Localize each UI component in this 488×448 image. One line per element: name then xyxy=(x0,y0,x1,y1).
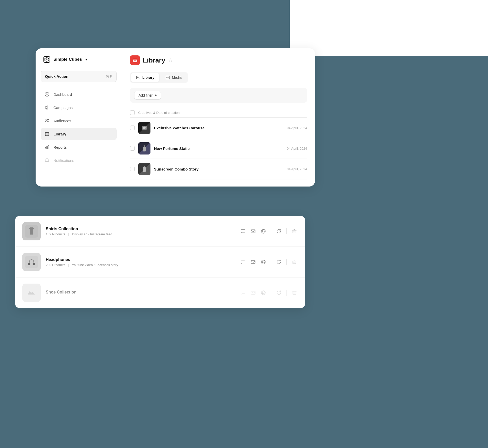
bell-icon xyxy=(44,158,50,163)
delete-icon-2[interactable] xyxy=(291,258,298,266)
creative-thumb-watches xyxy=(138,122,150,134)
row-checkbox-3[interactable] xyxy=(130,167,135,171)
svg-rect-24 xyxy=(251,230,255,233)
row-checkbox-1[interactable] xyxy=(130,126,135,130)
sidebar-item-notifications[interactable]: Notifications xyxy=(41,154,117,166)
sidebar-item-campaigns[interactable]: Campaigns xyxy=(41,101,117,114)
sidebar-item-library[interactable]: Library xyxy=(41,128,117,140)
svg-rect-29 xyxy=(33,263,35,265)
svg-rect-9 xyxy=(133,59,137,59)
sidebar-logo[interactable]: Simple Cubes ▾ xyxy=(41,55,117,64)
add-filter-button[interactable]: Add filter + xyxy=(134,91,161,100)
whatsapp-icon-3[interactable] xyxy=(260,289,267,296)
sidebar-library-label: Library xyxy=(53,132,66,136)
bar-chart-icon xyxy=(44,144,50,150)
product-format-shirts: Display ad / Instagram feed xyxy=(72,232,112,236)
action-divider-4 xyxy=(286,259,287,265)
add-filter-label: Add filter xyxy=(139,93,152,97)
refresh-icon-3[interactable] xyxy=(275,289,282,296)
svg-rect-11 xyxy=(134,60,136,61)
creative-date-2: 04 April, 2024 xyxy=(287,147,307,150)
chevron-down-icon: ▾ xyxy=(85,58,87,61)
archive-icon xyxy=(44,131,50,137)
creative-date-3: 04 April, 2024 xyxy=(287,167,307,171)
svg-point-4 xyxy=(48,119,49,120)
svg-rect-6 xyxy=(45,147,46,149)
product-actions-shirts xyxy=(239,228,298,235)
chat-icon-3[interactable] xyxy=(239,289,247,296)
svg-rect-28 xyxy=(28,263,30,265)
media-icon xyxy=(166,75,170,80)
sidebar-item-dashboard[interactable]: Dashboard xyxy=(41,88,117,100)
table-header-label: Creatives & Date of creation xyxy=(138,111,180,115)
refresh-icon[interactable] xyxy=(275,228,282,235)
sidebar-nav: Dashboard Campaigns xyxy=(41,88,117,166)
svg-rect-26 xyxy=(293,230,296,233)
tabs-row: Library Media xyxy=(130,72,188,83)
product-info-headphones: Headphones 200 Products | Youtube video … xyxy=(46,257,234,267)
email-icon-3[interactable] xyxy=(250,289,257,296)
tab-media-label: Media xyxy=(172,75,181,80)
chat-icon[interactable] xyxy=(239,228,247,235)
tab-media[interactable]: Media xyxy=(161,73,187,82)
whatsapp-icon[interactable] xyxy=(260,228,267,235)
sidebar-item-reports[interactable]: Reports xyxy=(41,141,117,153)
email-icon[interactable] xyxy=(250,228,257,235)
app-name: Simple Cubes xyxy=(53,57,82,62)
quick-action-shortcut: ⌘ K xyxy=(106,74,112,78)
sidebar-item-audiences[interactable]: Audiences xyxy=(41,115,117,127)
product-count-headphones: 200 Products xyxy=(46,263,65,267)
delete-icon-3[interactable] xyxy=(291,289,298,296)
svg-rect-32 xyxy=(293,261,296,264)
whatsapp-icon-2[interactable] xyxy=(260,258,267,266)
refresh-icon-2[interactable] xyxy=(275,258,282,266)
svg-rect-36 xyxy=(293,292,296,295)
svg-rect-34 xyxy=(251,291,255,294)
product-info-shoes: Shoe Collection xyxy=(46,290,234,296)
star-icon[interactable]: ☆ xyxy=(168,57,173,63)
creative-thumb-perfume xyxy=(138,142,150,155)
product-meta-shirts: 189 Products | Display ad / Instagram fe… xyxy=(46,232,234,236)
table-row: Exclusive Watches Carousel 04 April, 202… xyxy=(130,118,307,138)
product-name-headphones: Headphones xyxy=(46,257,234,262)
action-divider xyxy=(271,228,271,234)
products-panel: Shirts Collection 189 Products | Display… xyxy=(15,216,305,308)
chat-icon-2[interactable] xyxy=(239,258,247,266)
svg-rect-7 xyxy=(47,146,48,149)
creative-name-2: New Perfume Static xyxy=(154,146,283,151)
creatives-list: Exclusive Watches Carousel 04 April, 202… xyxy=(130,118,307,179)
users-icon xyxy=(44,118,50,123)
product-card-shoes: Shoe Collection xyxy=(15,277,305,308)
email-icon-2[interactable] xyxy=(250,258,257,266)
action-divider-2 xyxy=(286,228,287,234)
creative-name-3: Sunscreen Combo Story xyxy=(154,167,283,171)
select-all-checkbox[interactable] xyxy=(130,110,135,115)
library-header-icon xyxy=(130,55,140,65)
creative-date-1: 04 April, 2024 xyxy=(287,126,307,130)
action-icons-shoes xyxy=(239,289,267,296)
plus-icon: + xyxy=(155,93,157,97)
tab-library[interactable]: Library xyxy=(131,73,159,82)
row-checkbox-2[interactable] xyxy=(130,146,135,151)
svg-point-3 xyxy=(46,119,47,121)
action-divider-6 xyxy=(286,290,287,296)
main-content: Library ☆ Library Media xyxy=(122,48,315,187)
image-icon xyxy=(136,75,140,80)
product-meta-headphones: 200 Products | Youtube video / Facebook … xyxy=(46,263,234,267)
product-card-headphones: Headphones 200 Products | Youtube video … xyxy=(15,247,305,277)
filter-row: Add filter + xyxy=(130,88,307,103)
quick-action-button[interactable]: Quick Action ⌘ K xyxy=(41,71,117,82)
product-thumb-shoes xyxy=(22,284,41,302)
action-icons-headphones xyxy=(239,258,267,266)
delete-icon[interactable] xyxy=(291,228,298,235)
sidebar: Simple Cubes ▾ Quick Action ⌘ K Dashboar… xyxy=(36,48,122,187)
table-header: Creatives & Date of creation xyxy=(130,108,307,118)
svg-rect-22 xyxy=(144,166,145,167)
product-thumb-shirts xyxy=(22,222,41,240)
action-divider-3 xyxy=(271,259,271,265)
sidebar-notifications-label: Notifications xyxy=(53,158,74,163)
svg-rect-30 xyxy=(251,260,255,264)
product-name-shirts: Shirts Collection xyxy=(46,227,234,231)
action-icons-shirts xyxy=(239,228,267,235)
creative-name-1: Exclusive Watches Carousel xyxy=(154,126,283,130)
